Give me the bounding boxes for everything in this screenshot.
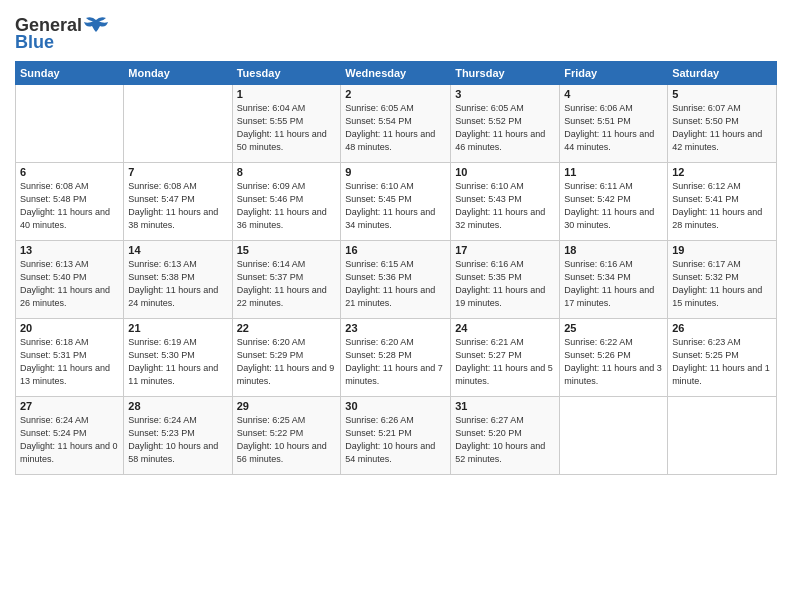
day-number: 5	[672, 88, 772, 100]
calendar-week-row: 13Sunrise: 6:13 AM Sunset: 5:40 PM Dayli…	[16, 241, 777, 319]
calendar-day-cell: 25Sunrise: 6:22 AM Sunset: 5:26 PM Dayli…	[560, 319, 668, 397]
day-info: Sunrise: 6:24 AM Sunset: 5:24 PM Dayligh…	[20, 414, 119, 466]
day-number: 4	[564, 88, 663, 100]
calendar-day-cell: 27Sunrise: 6:24 AM Sunset: 5:24 PM Dayli…	[16, 397, 124, 475]
page-container: General Blue SundayMondayTuesdayWednesda…	[0, 0, 792, 480]
day-info: Sunrise: 6:10 AM Sunset: 5:43 PM Dayligh…	[455, 180, 555, 232]
calendar-day-cell: 15Sunrise: 6:14 AM Sunset: 5:37 PM Dayli…	[232, 241, 341, 319]
day-info: Sunrise: 6:13 AM Sunset: 5:38 PM Dayligh…	[128, 258, 227, 310]
day-number: 17	[455, 244, 555, 256]
calendar-day-cell: 18Sunrise: 6:16 AM Sunset: 5:34 PM Dayli…	[560, 241, 668, 319]
calendar-week-row: 27Sunrise: 6:24 AM Sunset: 5:24 PM Dayli…	[16, 397, 777, 475]
day-info: Sunrise: 6:22 AM Sunset: 5:26 PM Dayligh…	[564, 336, 663, 388]
calendar-body: 1Sunrise: 6:04 AM Sunset: 5:55 PM Daylig…	[16, 85, 777, 475]
day-info: Sunrise: 6:08 AM Sunset: 5:47 PM Dayligh…	[128, 180, 227, 232]
calendar-week-row: 1Sunrise: 6:04 AM Sunset: 5:55 PM Daylig…	[16, 85, 777, 163]
calendar-day-cell: 19Sunrise: 6:17 AM Sunset: 5:32 PM Dayli…	[668, 241, 777, 319]
day-info: Sunrise: 6:16 AM Sunset: 5:34 PM Dayligh…	[564, 258, 663, 310]
day-number: 23	[345, 322, 446, 334]
day-number: 24	[455, 322, 555, 334]
day-info: Sunrise: 6:18 AM Sunset: 5:31 PM Dayligh…	[20, 336, 119, 388]
calendar-day-cell	[16, 85, 124, 163]
day-info: Sunrise: 6:08 AM Sunset: 5:48 PM Dayligh…	[20, 180, 119, 232]
calendar-day-cell: 1Sunrise: 6:04 AM Sunset: 5:55 PM Daylig…	[232, 85, 341, 163]
weekday-header: Monday	[124, 62, 232, 85]
day-info: Sunrise: 6:05 AM Sunset: 5:52 PM Dayligh…	[455, 102, 555, 154]
day-info: Sunrise: 6:15 AM Sunset: 5:36 PM Dayligh…	[345, 258, 446, 310]
calendar-day-cell: 2Sunrise: 6:05 AM Sunset: 5:54 PM Daylig…	[341, 85, 451, 163]
day-number: 18	[564, 244, 663, 256]
calendar-day-cell: 5Sunrise: 6:07 AM Sunset: 5:50 PM Daylig…	[668, 85, 777, 163]
calendar-day-cell: 7Sunrise: 6:08 AM Sunset: 5:47 PM Daylig…	[124, 163, 232, 241]
day-info: Sunrise: 6:26 AM Sunset: 5:21 PM Dayligh…	[345, 414, 446, 466]
weekday-header: Friday	[560, 62, 668, 85]
day-number: 26	[672, 322, 772, 334]
day-number: 19	[672, 244, 772, 256]
weekday-header: Saturday	[668, 62, 777, 85]
day-number: 3	[455, 88, 555, 100]
calendar-week-row: 6Sunrise: 6:08 AM Sunset: 5:48 PM Daylig…	[16, 163, 777, 241]
day-number: 2	[345, 88, 446, 100]
calendar-day-cell: 23Sunrise: 6:20 AM Sunset: 5:28 PM Dayli…	[341, 319, 451, 397]
day-number: 21	[128, 322, 227, 334]
day-info: Sunrise: 6:12 AM Sunset: 5:41 PM Dayligh…	[672, 180, 772, 232]
calendar-day-cell: 24Sunrise: 6:21 AM Sunset: 5:27 PM Dayli…	[451, 319, 560, 397]
calendar-day-cell	[124, 85, 232, 163]
calendar-day-cell: 16Sunrise: 6:15 AM Sunset: 5:36 PM Dayli…	[341, 241, 451, 319]
calendar-day-cell: 29Sunrise: 6:25 AM Sunset: 5:22 PM Dayli…	[232, 397, 341, 475]
day-info: Sunrise: 6:16 AM Sunset: 5:35 PM Dayligh…	[455, 258, 555, 310]
day-info: Sunrise: 6:19 AM Sunset: 5:30 PM Dayligh…	[128, 336, 227, 388]
calendar-day-cell: 21Sunrise: 6:19 AM Sunset: 5:30 PM Dayli…	[124, 319, 232, 397]
day-number: 8	[237, 166, 337, 178]
day-info: Sunrise: 6:20 AM Sunset: 5:28 PM Dayligh…	[345, 336, 446, 388]
calendar-day-cell: 26Sunrise: 6:23 AM Sunset: 5:25 PM Dayli…	[668, 319, 777, 397]
day-number: 15	[237, 244, 337, 256]
day-number: 16	[345, 244, 446, 256]
day-info: Sunrise: 6:09 AM Sunset: 5:46 PM Dayligh…	[237, 180, 337, 232]
calendar-day-cell: 11Sunrise: 6:11 AM Sunset: 5:42 PM Dayli…	[560, 163, 668, 241]
calendar-day-cell: 13Sunrise: 6:13 AM Sunset: 5:40 PM Dayli…	[16, 241, 124, 319]
calendar-table: SundayMondayTuesdayWednesdayThursdayFrid…	[15, 61, 777, 475]
calendar-day-cell: 12Sunrise: 6:12 AM Sunset: 5:41 PM Dayli…	[668, 163, 777, 241]
calendar-day-cell: 14Sunrise: 6:13 AM Sunset: 5:38 PM Dayli…	[124, 241, 232, 319]
day-number: 7	[128, 166, 227, 178]
day-number: 10	[455, 166, 555, 178]
day-info: Sunrise: 6:21 AM Sunset: 5:27 PM Dayligh…	[455, 336, 555, 388]
day-number: 14	[128, 244, 227, 256]
day-number: 13	[20, 244, 119, 256]
day-number: 31	[455, 400, 555, 412]
day-info: Sunrise: 6:25 AM Sunset: 5:22 PM Dayligh…	[237, 414, 337, 466]
day-info: Sunrise: 6:20 AM Sunset: 5:29 PM Dayligh…	[237, 336, 337, 388]
day-info: Sunrise: 6:24 AM Sunset: 5:23 PM Dayligh…	[128, 414, 227, 466]
calendar-week-row: 20Sunrise: 6:18 AM Sunset: 5:31 PM Dayli…	[16, 319, 777, 397]
calendar-day-cell: 9Sunrise: 6:10 AM Sunset: 5:45 PM Daylig…	[341, 163, 451, 241]
calendar-day-cell: 3Sunrise: 6:05 AM Sunset: 5:52 PM Daylig…	[451, 85, 560, 163]
weekday-header: Sunday	[16, 62, 124, 85]
day-info: Sunrise: 6:11 AM Sunset: 5:42 PM Dayligh…	[564, 180, 663, 232]
weekday-header: Tuesday	[232, 62, 341, 85]
day-info: Sunrise: 6:05 AM Sunset: 5:54 PM Dayligh…	[345, 102, 446, 154]
weekday-header: Wednesday	[341, 62, 451, 85]
calendar-day-cell: 31Sunrise: 6:27 AM Sunset: 5:20 PM Dayli…	[451, 397, 560, 475]
calendar-day-cell: 17Sunrise: 6:16 AM Sunset: 5:35 PM Dayli…	[451, 241, 560, 319]
day-number: 27	[20, 400, 119, 412]
calendar-day-cell: 4Sunrise: 6:06 AM Sunset: 5:51 PM Daylig…	[560, 85, 668, 163]
day-number: 9	[345, 166, 446, 178]
calendar-day-cell	[560, 397, 668, 475]
calendar-day-cell: 30Sunrise: 6:26 AM Sunset: 5:21 PM Dayli…	[341, 397, 451, 475]
calendar-day-cell: 22Sunrise: 6:20 AM Sunset: 5:29 PM Dayli…	[232, 319, 341, 397]
logo: General Blue	[15, 15, 110, 53]
day-number: 12	[672, 166, 772, 178]
day-number: 30	[345, 400, 446, 412]
calendar-day-cell: 10Sunrise: 6:10 AM Sunset: 5:43 PM Dayli…	[451, 163, 560, 241]
day-info: Sunrise: 6:07 AM Sunset: 5:50 PM Dayligh…	[672, 102, 772, 154]
day-info: Sunrise: 6:17 AM Sunset: 5:32 PM Dayligh…	[672, 258, 772, 310]
day-info: Sunrise: 6:14 AM Sunset: 5:37 PM Dayligh…	[237, 258, 337, 310]
day-info: Sunrise: 6:10 AM Sunset: 5:45 PM Dayligh…	[345, 180, 446, 232]
logo-bird-icon	[82, 16, 110, 36]
day-info: Sunrise: 6:27 AM Sunset: 5:20 PM Dayligh…	[455, 414, 555, 466]
calendar-day-cell: 28Sunrise: 6:24 AM Sunset: 5:23 PM Dayli…	[124, 397, 232, 475]
logo-blue-text: Blue	[15, 32, 54, 53]
day-number: 28	[128, 400, 227, 412]
calendar-day-cell	[668, 397, 777, 475]
